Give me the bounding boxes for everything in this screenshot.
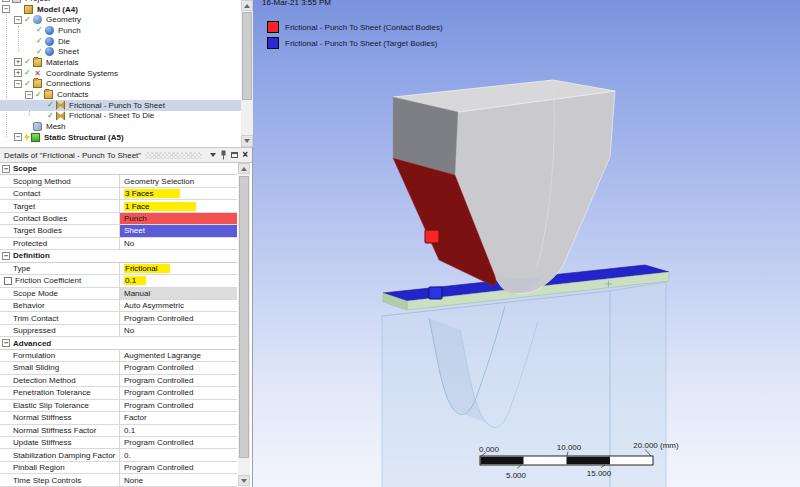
target-annotation-handle[interactable]	[429, 287, 442, 299]
float-panel-button[interactable]	[231, 152, 238, 158]
tree-item-geometry[interactable]: − ✓ Geometry	[0, 14, 241, 25]
model-icon	[24, 5, 33, 14]
details-row[interactable]: Trim Contact Program Controlled	[0, 312, 237, 324]
outline-panel: − Project − Model (A4) − ✓ Geometry ✓ Pu…	[0, 0, 253, 487]
section-row-definition[interactable]: − Definition	[0, 250, 237, 262]
details-row[interactable]: Scope Mode Manual	[0, 288, 237, 300]
details-row[interactable]: Target 1 Face	[0, 200, 237, 212]
geometry-icon	[33, 15, 42, 24]
tree-item-mesh[interactable]: Mesh	[0, 121, 241, 132]
outline-tree[interactable]: − Project − Model (A4) − ✓ Geometry ✓ Pu…	[0, 0, 241, 147]
details-row[interactable]: Pinball Region Program Controlled	[0, 462, 237, 474]
tree-item-connections[interactable]: − ✓ Connections	[0, 79, 241, 90]
connections-folder-icon	[33, 79, 42, 88]
tree-item-die[interactable]: ✓ Die	[0, 36, 241, 47]
scrollbar-thumb[interactable]	[239, 176, 249, 458]
check-icon: ✓	[24, 16, 32, 24]
details-row[interactable]: Normal Stiffness Factor 0.1	[0, 425, 237, 437]
collapse-icon[interactable]: −	[2, 252, 10, 260]
contact-bodies-value[interactable]: Punch	[120, 213, 237, 224]
expander-icon[interactable]: +	[14, 58, 22, 66]
contact-pair-icon	[56, 101, 65, 110]
coordinate-systems-icon	[33, 69, 42, 78]
section-row-scope[interactable]: − Scope	[0, 163, 237, 175]
tree-item-materials[interactable]: + ✓ Materials	[0, 57, 241, 68]
ansys-mechanical-window: − Project − Model (A4) − ✓ Geometry ✓ Pu…	[0, 0, 800, 487]
expander-icon[interactable]: −	[14, 80, 22, 88]
checkbox[interactable]	[4, 277, 12, 285]
details-row[interactable]: Contact 3 Faces	[0, 188, 237, 200]
contact-annotation-handle[interactable]	[425, 230, 439, 243]
details-row[interactable]: Small Sliding Program Controlled	[0, 362, 237, 374]
details-table: − Scope Scoping Method Geometry Selectio…	[0, 163, 237, 487]
expander-icon[interactable]: −	[2, 5, 10, 13]
scale-label-10: 10.000	[557, 443, 582, 452]
collapse-icon[interactable]: −	[2, 165, 10, 173]
scroll-down-button[interactable]	[238, 475, 250, 486]
collapse-icon[interactable]: −	[2, 339, 10, 347]
details-row[interactable]: Elastic Slip Tolerance Program Controlle…	[0, 400, 237, 412]
tree-scrollbar[interactable]	[241, 0, 253, 147]
body-icon	[45, 26, 54, 35]
expander-icon[interactable]: −	[25, 91, 33, 99]
tree-item-frictional-sheet-to-die[interactable]: ✓ Frictional - Sheet To Die	[0, 111, 241, 122]
details-row[interactable]: Suppressed No	[0, 325, 237, 337]
contacts-folder-icon	[44, 90, 53, 99]
arrow-down-icon	[241, 479, 247, 483]
scrollbar-thumb[interactable]	[242, 12, 252, 100]
details-row-contact-bodies[interactable]: Contact Bodies Punch	[0, 213, 237, 225]
details-row[interactable]: Time Step Controls None	[0, 474, 237, 486]
close-panel-button[interactable]: ×	[242, 150, 248, 160]
scale-segment-black	[567, 457, 611, 465]
scale-label-15: 15.000	[587, 469, 612, 478]
target-bodies-value[interactable]: Sheet	[120, 225, 237, 236]
scroll-up-button[interactable]	[238, 163, 250, 174]
lightning-icon	[24, 133, 30, 142]
details-row[interactable]: Normal Stiffness Factor	[0, 412, 237, 424]
expander-icon[interactable]: −	[14, 16, 22, 24]
chevron-down-icon	[210, 153, 216, 157]
details-row[interactable]: Detection Method Program Controlled	[0, 375, 237, 387]
details-scrollbar[interactable]	[238, 163, 250, 487]
details-row[interactable]: Stabilization Damping Factor 0.	[0, 449, 237, 461]
project-icon	[12, 0, 21, 3]
expander-icon[interactable]: +	[14, 69, 22, 77]
graphics-viewport[interactable]: 16-Mar-21 3:55 PM Frictional - Punch To …	[253, 0, 800, 487]
punch-geometry[interactable]	[393, 80, 615, 294]
expander-icon[interactable]: −	[2, 0, 10, 2]
details-row[interactable]: Formulation Augmented Lagrange	[0, 350, 237, 362]
expander-icon[interactable]: −	[14, 133, 22, 141]
tree-item-punch[interactable]: ✓ Punch	[0, 25, 241, 36]
scroll-up-button[interactable]	[241, 0, 253, 11]
check-icon: ✓	[35, 91, 43, 99]
details-row[interactable]: Type Frictional	[0, 263, 237, 275]
details-row[interactable]: Update Stiffness Program Controlled	[0, 437, 237, 449]
tree-item-sheet[interactable]: ✓ Sheet	[0, 46, 241, 57]
details-row[interactable]: Behavior Auto Asymmetric	[0, 300, 237, 312]
arrow-up-icon	[241, 167, 247, 171]
details-row-friction-coefficient[interactable]: Friction Coefficient 0.1	[0, 275, 237, 287]
scale-label-5: 5.000	[506, 471, 527, 480]
details-row[interactable]: Scoping Method Geometry Selection	[0, 175, 237, 187]
tree-item-contacts[interactable]: − ✓ Contacts	[0, 89, 241, 100]
body-icon	[45, 47, 54, 56]
check-icon: ✓	[36, 48, 44, 56]
tree-item-model[interactable]: − Model (A4)	[0, 4, 241, 15]
model-scene[interactable]: 0.000 10.000 20.000 (mm) 5.000 15.000	[253, 0, 800, 487]
scroll-down-button[interactable]	[241, 135, 253, 147]
float-window-icon	[231, 152, 238, 158]
tree-item-static-structural[interactable]: − Static Structural (A5)	[0, 132, 241, 143]
details-row[interactable]: Protected No	[0, 238, 237, 250]
panel-grip-texture[interactable]	[145, 152, 202, 159]
highlighted-value: 0.1	[124, 276, 146, 285]
panel-menu-button[interactable]	[210, 153, 216, 157]
highlighted-value: 1 Face	[124, 202, 196, 211]
details-row[interactable]: Penetration Tolerance Program Controlled	[0, 387, 237, 399]
pin-button[interactable]	[220, 150, 227, 160]
details-row-target-bodies[interactable]: Target Bodies Sheet	[0, 225, 237, 237]
section-row-advanced[interactable]: − Advanced	[0, 337, 237, 349]
tree-item-frictional-punch-to-sheet[interactable]: ✓ Frictional - Punch To Sheet	[0, 100, 241, 111]
details-panel-header: Details of "Frictional - Punch To Sheet"…	[0, 147, 252, 163]
mesh-icon	[33, 122, 42, 131]
tree-item-coordinate-systems[interactable]: + ✓ Coordinate Systems	[0, 68, 241, 79]
